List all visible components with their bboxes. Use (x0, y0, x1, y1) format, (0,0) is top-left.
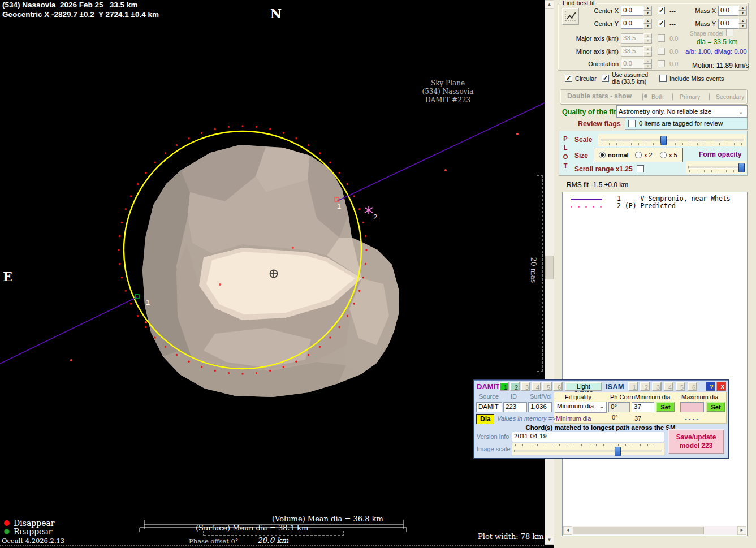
orientation-spinner[interactable]: ▲▼ (643, 59, 652, 69)
scroll-left-arrow[interactable]: ◄ (563, 526, 572, 535)
slider-track[interactable] (688, 166, 744, 169)
center-x-checkbox[interactable] (658, 7, 665, 14)
size-x2-radio[interactable] (635, 152, 642, 158)
center-y-input[interactable]: 0.0 (621, 19, 643, 29)
damit-tab-1[interactable]: 1 (499, 382, 509, 391)
isam-tab-5[interactable]: 5 (676, 382, 685, 391)
scroll-down-arrow[interactable]: ▼ (545, 536, 554, 545)
set-minimum-dia-button[interactable]: Set (656, 402, 675, 412)
scroll-range-checkbox[interactable] (637, 165, 644, 172)
maximum-dia-field[interactable] (680, 402, 704, 412)
damit-tab-5[interactable]: 5 (542, 382, 552, 391)
spin-up[interactable]: ▲ (643, 6, 652, 11)
major-axis-checkbox[interactable] (658, 34, 665, 42)
major-axis-spinner[interactable]: ▲▼ (643, 33, 652, 44)
review-flags-checkbox[interactable] (628, 120, 636, 127)
isam-tab-1[interactable]: 1 (628, 382, 638, 391)
chord-list-box[interactable]: 1 V Sempronio, near Whets 2 (P) Predicte… (562, 192, 748, 536)
id-value-field[interactable]: 223 (503, 402, 527, 412)
chord1-reappear-number: 1 (146, 298, 150, 307)
orientation-checkbox[interactable] (658, 60, 665, 67)
slider-track[interactable] (601, 139, 744, 141)
scale-label: Scale (574, 136, 592, 144)
double-stars-primary-radio[interactable] (672, 93, 673, 101)
scroll-up-arrow[interactable]: ▲ (545, 0, 554, 9)
surfvol-value-field[interactable]: 1.036 (528, 402, 552, 412)
shape-model-checkbox[interactable] (726, 29, 733, 36)
damit-tab-4[interactable]: 4 (532, 382, 541, 391)
slider-thumb[interactable] (615, 447, 621, 456)
scale-slider[interactable] (598, 134, 746, 146)
memory-minimum-dia: 37 (634, 415, 641, 422)
mass-y-spinner[interactable]: ▲▼ (738, 19, 747, 29)
set-maximum-dia-button[interactable]: Set (706, 402, 725, 412)
version-info-field[interactable]: 2011-04-19 (512, 432, 664, 442)
minor-axis-spinner[interactable]: ▲▼ (643, 46, 652, 57)
chevron-down-icon: ⌄ (599, 402, 604, 410)
center-x-spinner[interactable]: ▲▼ (643, 6, 652, 16)
spin-down[interactable]: ▼ (643, 24, 652, 29)
spin-up[interactable]: ▲ (643, 46, 652, 51)
size-normal-radio[interactable] (599, 152, 606, 158)
plot-vertical-scrollbar[interactable]: ▲ ▼ (545, 0, 554, 545)
spin-down[interactable]: ▼ (738, 11, 747, 16)
legend-reappear-row: Reappear (4, 527, 52, 536)
form-opacity-slider[interactable] (686, 161, 746, 174)
spin-down[interactable]: ▼ (643, 11, 652, 16)
quality-of-fit-dropdown[interactable]: Astrometry only. No reliable size ⌄ (616, 105, 748, 118)
mass-x-input[interactable]: 0.0 (718, 6, 740, 16)
spin-down[interactable]: ▼ (643, 64, 652, 69)
spin-up[interactable]: ▲ (643, 19, 652, 24)
close-button[interactable]: X (716, 382, 726, 391)
center-x-input[interactable]: 0.0 (621, 6, 643, 16)
help-button[interactable]: ? (706, 382, 715, 391)
sky-plane-plot[interactable]: (534) Nassovia 2026 Feb 25 33.5 km Geoce… (0, 0, 545, 548)
circular-checkbox[interactable] (565, 75, 572, 82)
chord-list-row-2[interactable]: 2 (P) Predicted (617, 202, 676, 210)
damit-tab-3[interactable]: 3 (521, 382, 530, 391)
center-y-checkbox[interactable] (658, 20, 665, 27)
orientation-input[interactable]: 0.0 (621, 59, 643, 69)
run-best-fit-button[interactable] (562, 8, 579, 25)
slider-track[interactable] (514, 450, 662, 452)
fit-quality-dropdown[interactable]: Minimum dia ⌄ (555, 402, 607, 413)
include-miss-checkbox[interactable] (659, 75, 667, 82)
use-assumed-checkbox[interactable] (602, 75, 609, 82)
chord-list-hscrollbar[interactable]: ◄ ► (563, 526, 746, 535)
ph-corrn-field[interactable]: 0° (608, 402, 630, 412)
spin-up[interactable]: ▲ (738, 6, 747, 11)
mass-y-input[interactable]: 0.0 (718, 19, 740, 29)
isam-tab-6[interactable]: 6 (688, 382, 697, 391)
spin-up[interactable]: ▲ (643, 33, 652, 38)
source-value-field[interactable]: DAMIT (476, 402, 502, 412)
spin-down[interactable]: ▼ (738, 24, 747, 29)
isam-tab-3[interactable]: 3 (652, 382, 662, 391)
scrollbar-thumb[interactable] (545, 256, 554, 279)
minor-axis-checkbox[interactable] (658, 48, 665, 55)
major-axis-input[interactable]: 33.5 (621, 33, 643, 44)
double-stars-secondary-radio[interactable] (709, 93, 710, 101)
isam-tab-2[interactable]: 2 (640, 382, 650, 391)
scrollbar-thumb[interactable] (573, 527, 704, 534)
double-stars-both-radio[interactable] (642, 93, 643, 101)
minor-axis-input[interactable]: 33.5 (621, 46, 643, 57)
spin-down[interactable]: ▼ (643, 38, 652, 44)
spin-up[interactable]: ▲ (643, 59, 652, 64)
mass-x-spinner[interactable]: ▲▼ (738, 6, 747, 16)
damit-shape-model-panel[interactable]: DAMIT 1 2 3 4 5 6 Light curves ISAM 1 2 … (474, 380, 728, 458)
spin-up[interactable]: ▲ (738, 19, 747, 24)
circular-label: Circular (575, 75, 597, 82)
image-scale-slider[interactable] (512, 443, 664, 455)
damit-tab-2[interactable]: 2 (510, 382, 520, 391)
minimum-dia-field[interactable]: 37 (632, 402, 654, 412)
chord-list-row-1[interactable]: 1 V Sempronio, near Whets (617, 195, 731, 202)
spin-down[interactable]: ▼ (643, 51, 652, 57)
damit-tab-6[interactable]: 6 (553, 382, 563, 391)
dia-button[interactable]: Dia (476, 414, 494, 424)
save-update-model-button[interactable]: Save/update model 223 (668, 429, 724, 454)
light-curves-button[interactable]: Light curves (565, 382, 602, 391)
center-y-spinner[interactable]: ▲▼ (643, 19, 652, 29)
size-x5-radio[interactable] (660, 152, 667, 158)
scroll-right-arrow[interactable]: ► (737, 526, 746, 535)
isam-tab-4[interactable]: 4 (664, 382, 673, 391)
